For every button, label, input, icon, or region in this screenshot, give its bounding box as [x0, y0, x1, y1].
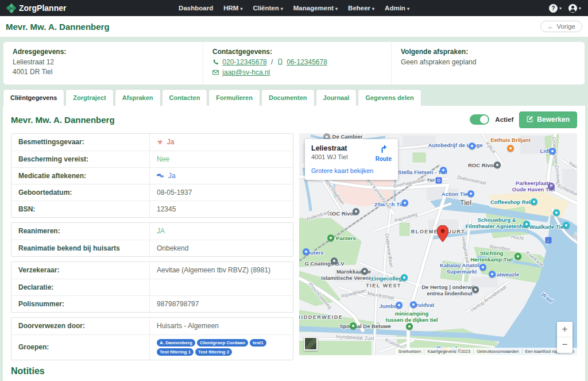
- map-label: Violierstraat: [304, 209, 331, 222]
- row-label: Reanimatie bekend bij huisarts: [11, 240, 149, 256]
- tab-afspraken[interactable]: Afspraken: [115, 89, 161, 106]
- chevron-down-icon: ▾: [372, 6, 374, 11]
- poi-pin-icon: [406, 323, 413, 330]
- row-label: Geboortedatum:: [11, 184, 149, 201]
- google-map[interactable]: De CambierAutobedrijf de LangeEethuis Br…: [299, 133, 577, 355]
- biohazard-icon: ☣: [157, 138, 163, 145]
- chevron-down-icon: ▾: [281, 6, 283, 11]
- client-detail-card: Mevr. Mw. A. Dannenberg Actief Bewerken …: [3, 106, 585, 381]
- address-line: 4001 DR Tiel: [13, 67, 194, 77]
- attribution-link[interactable]: Sneltoetsen: [396, 349, 424, 354]
- tab-cliëntgegevens[interactable]: Cliëntgegevens: [3, 89, 64, 106]
- map-label: Tiel: [427, 178, 435, 183]
- row-value: Aevitae (Algemeen tbv RBVZ) (8981): [149, 262, 293, 279]
- address-title: Adresgegevens:: [13, 48, 194, 56]
- tab-gegevens-delen[interactable]: Gegevens delen: [358, 89, 421, 106]
- poi-pin-icon: [531, 198, 537, 205]
- map-label: Siependaallaan: [322, 175, 346, 206]
- poi-pin-icon: [303, 248, 310, 255]
- contact-separator: /: [271, 58, 273, 66]
- back-button[interactable]: ← Vorige: [540, 21, 582, 32]
- row-value: A. DannenbergClientgroep Cordaantest1Tes…: [149, 335, 293, 360]
- nav-item-admin[interactable]: Admin▾: [385, 5, 409, 11]
- map-label: Jumbo: [379, 303, 397, 309]
- tab-journaal[interactable]: Journaal: [316, 89, 357, 106]
- map-label: Lidl: [540, 148, 550, 154]
- map-label: Waalkade Tiel: [529, 224, 565, 230]
- row-label: Besmettingsgevaar:: [11, 134, 149, 151]
- zoom-in-button[interactable]: +: [557, 322, 572, 337]
- detail-group: Reanimeren:JAReanimatie bekend bij huisa…: [11, 222, 293, 257]
- detail-group: Verzekeraar:Aevitae (Algemeen tbv RBVZ) …: [11, 261, 293, 313]
- tab-documenten[interactable]: Documenten: [261, 89, 315, 106]
- row-label: Verzekeraar:: [11, 262, 149, 279]
- arrow-left-icon: ←: [547, 23, 554, 30]
- nav-item-beheer[interactable]: Beheer▾: [348, 5, 374, 11]
- attribution-link[interactable]: Kaartgegevens ©2023: [424, 349, 473, 354]
- address-section: Adresgegevens: Leliestraat 12 4001 DR Ti…: [3, 42, 203, 84]
- attribution-link[interactable]: Gebruiksvoorwaarden: [473, 349, 521, 354]
- user-menu[interactable]: ▾: [568, 4, 581, 13]
- notes-title: Notities: [11, 366, 577, 376]
- tab-zorgtraject[interactable]: Zorgtraject: [65, 89, 113, 106]
- poi-pin-icon: [396, 302, 403, 309]
- active-toggle[interactable]: [470, 114, 489, 125]
- satellite-toggle[interactable]: [304, 337, 318, 351]
- map-label: Stichting Hertenkamp Tiel: [470, 251, 513, 263]
- row-value: Huisarts - Algemeen: [149, 318, 293, 334]
- client-tabs: CliëntgegevensZorgtrajectAfsprakenContac…: [3, 89, 585, 106]
- nav-item-cliënten[interactable]: Cliënten▾: [253, 5, 283, 11]
- poi-pin-icon: [489, 271, 496, 278]
- detail-group: Doorverwezen door:Huisarts - AlgemeenGro…: [11, 317, 293, 360]
- row-value: JA: [149, 223, 293, 240]
- map-label: Heiligestraat: [460, 236, 470, 264]
- detail-group: Besmettingsgevaar:☣JaBescherming vereist…: [11, 133, 293, 218]
- table-row: Reanimeren:JA: [11, 223, 293, 240]
- zoom-out-button[interactable]: −: [557, 337, 572, 353]
- tab-formulieren[interactable]: Formulieren: [208, 89, 260, 106]
- station-icon: [436, 177, 442, 183]
- row-label: Medicatie aftekenen:: [11, 168, 149, 184]
- route-button[interactable]: Route: [376, 144, 392, 162]
- group-badge[interactable]: test1: [250, 339, 266, 347]
- poi-pin-icon: [507, 145, 514, 152]
- group-badge[interactable]: Test filtering 2: [195, 348, 232, 356]
- table-row: Bescherming vereist:Nee: [11, 151, 293, 167]
- map-label: Dodewaardlaan: [384, 233, 394, 268]
- app-brand[interactable]: ZorgPlanner: [7, 3, 93, 13]
- map-attribution: SneltoetsenKaartgegevens ©2023Gebruiksvo…: [396, 348, 577, 355]
- nav-item-hrm[interactable]: HRM▾: [223, 5, 242, 11]
- map-label: Provincialeweg: [307, 282, 332, 310]
- larger-map-link[interactable]: Grotere kaart bekijken: [311, 167, 373, 174]
- summary-band: Adresgegevens: Leliestraat 12 4001 DR Ti…: [0, 37, 588, 106]
- poi-pin-icon: [523, 221, 530, 228]
- phone-link[interactable]: 020-12345678: [222, 58, 266, 66]
- group-badge[interactable]: Clientgroep Cordaan: [197, 339, 248, 347]
- edit-pencil-icon: [527, 116, 533, 124]
- email-link[interactable]: jaap@sv-hca.nl: [222, 68, 270, 76]
- notes-section: Notities Dit is een kleine notitie van M…: [8, 360, 580, 381]
- row-value: Ja: [149, 168, 293, 184]
- map-label: Kijkuit: [484, 141, 496, 155]
- map-label: Waal: [540, 291, 554, 304]
- nav-item-management[interactable]: Management▾: [293, 5, 338, 11]
- edit-button[interactable]: Bewerken: [519, 111, 577, 128]
- contact-title: Contactgegevens:: [212, 48, 382, 56]
- mobile-link[interactable]: 06-12345678: [287, 58, 327, 66]
- table-row: BSN:12345: [11, 201, 293, 217]
- map-marker[interactable]: [437, 225, 448, 244]
- tab-contacten[interactable]: Contacten: [162, 89, 208, 106]
- row-label: Reanimeren:: [11, 223, 149, 240]
- table-row: Medicatie aftekenen:Ja: [11, 167, 293, 184]
- row-value: [149, 279, 293, 295]
- chevron-down-icon: ▾: [407, 6, 409, 11]
- table-row: Verzekeraar:Aevitae (Algemeen tbv RBVZ) …: [11, 262, 293, 279]
- group-badge[interactable]: A. Dannenberg: [157, 339, 195, 347]
- map-label: Lingecollege: [372, 275, 405, 282]
- poi-pin-icon: [327, 234, 334, 241]
- help-menu[interactable]: ? ▾: [549, 4, 562, 13]
- map-card-street: Leliestraat: [311, 144, 348, 152]
- table-row: Polisnummer:98798798797: [11, 295, 293, 312]
- nav-item-dashboard[interactable]: Dashboard: [179, 5, 213, 11]
- group-badge[interactable]: Test filtering 1: [157, 348, 194, 356]
